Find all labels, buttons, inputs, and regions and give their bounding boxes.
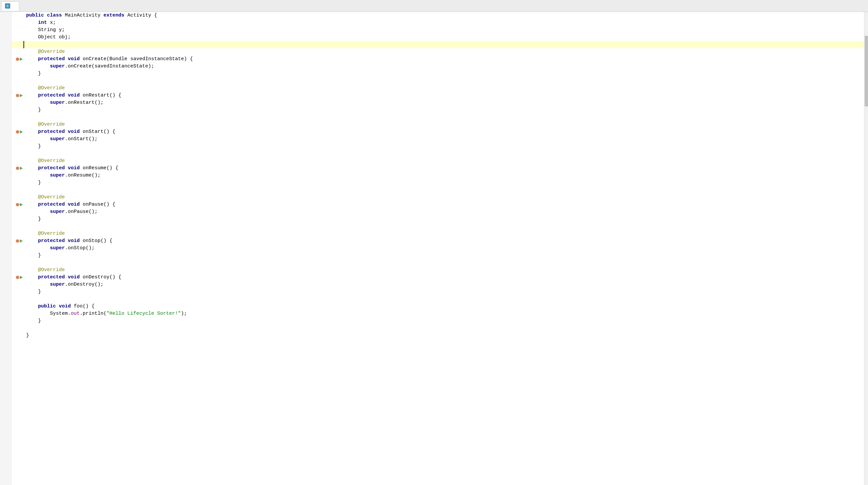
line-icon-area [11,310,24,317]
table-row: protected void onPause() { [11,201,864,208]
line-icon-area [11,77,24,85]
line-code: @Override [24,157,864,165]
table-row: } [11,317,864,325]
line-icon-area [11,56,24,63]
run-method-icon[interactable] [20,167,23,170]
line-icon-area [11,208,24,216]
override-dot-icon [16,203,19,206]
line-code [24,77,864,85]
table-row: @Override [11,85,864,92]
line-icon-area [11,165,24,172]
table-row: super.onDestroy(); [11,281,864,288]
line-icon-area [11,317,24,325]
line-code: super.onResume(); [24,172,864,179]
table-row: @Override [11,48,864,56]
line-icon-area [11,230,24,237]
line-code: @Override [24,48,864,56]
table-row [11,187,864,194]
table-row: protected void onStart() { [11,128,864,135]
table-row: super.onStart(); [11,135,864,143]
line-code: } [24,252,864,259]
table-row [11,223,864,230]
run-method-icon[interactable] [20,130,23,134]
line-code: } [24,332,864,339]
table-row: } [11,179,864,187]
line-code: public class MainActivity extends Activi… [24,12,864,19]
tab-bar: C [0,0,868,12]
table-row: } [11,332,864,339]
table-row [11,41,864,48]
table-row: } [11,252,864,259]
line-code: @Override [24,230,864,237]
line-code: protected void onPause() { [24,201,864,208]
line-code: protected void onStart() { [24,128,864,135]
line-icon-area [11,143,24,150]
table-row: @Override [11,157,864,165]
line-code: } [24,317,864,325]
run-method-icon[interactable] [20,239,23,243]
table-row: protected void onCreate(Bundle savedInst… [11,56,864,63]
line-icon-area [11,223,24,230]
line-code: super.onRestart(); [24,99,864,106]
run-method-icon[interactable] [20,276,23,279]
run-method-icon[interactable] [20,94,23,97]
override-dot-icon [16,94,19,97]
line-code [24,259,864,266]
line-icon-area [11,63,24,70]
line-icon-area [11,114,24,121]
editor-area: public class MainActivity extends Activi… [0,12,868,485]
line-icon-area [11,266,24,274]
line-code [24,296,864,303]
line-icon-area [11,48,24,56]
table-row: } [11,106,864,114]
line-icon-area [11,157,24,165]
line-icon-area [11,259,24,266]
table-row: super.onPause(); [11,208,864,216]
override-dot-icon [16,167,19,170]
line-code: String y; [24,27,864,34]
table-row: } [11,70,864,77]
table-row [11,150,864,157]
line-code: @Override [24,266,864,274]
table-row: @Override [11,266,864,274]
line-icon-area [11,296,24,303]
table-row [11,259,864,266]
line-code [24,41,864,48]
table-row [11,296,864,303]
line-code: } [24,143,864,150]
line-icon-area [11,19,24,27]
editor-tab[interactable]: C [1,1,19,10]
line-icon-area [11,70,24,77]
line-icon-area [11,92,24,99]
line-icon-area [11,237,24,245]
line-code [24,114,864,121]
line-code: protected void onDestroy() { [24,274,864,281]
table-row [11,114,864,121]
run-method-icon[interactable] [20,58,23,61]
vertical-scrollbar[interactable] [864,12,868,485]
line-code: Object obj; [24,34,864,41]
ide-window: C public class MainActivity extends Acti… [0,0,868,485]
line-icon-area [11,135,24,143]
line-code: } [24,288,864,296]
line-code: protected void onResume() { [24,165,864,172]
code-content[interactable]: public class MainActivity extends Activi… [11,12,864,485]
line-code: } [24,70,864,77]
line-icon-area [11,12,24,19]
run-method-icon[interactable] [20,203,23,206]
line-icon-area [11,27,24,34]
line-code: System.out.println("Hello Lifecycle Sort… [24,310,864,317]
line-icon-area [11,274,24,281]
line-icon-area [11,216,24,223]
scrollbar-thumb[interactable] [865,36,868,107]
line-code: } [24,106,864,114]
line-code: @Override [24,85,864,92]
line-icon-area [11,288,24,296]
table-row: protected void onResume() { [11,165,864,172]
line-code: protected void onStop() { [24,237,864,245]
table-row: public class MainActivity extends Activi… [11,12,864,19]
table-row [11,325,864,332]
table-row: @Override [11,194,864,201]
line-code: } [24,179,864,187]
line-code [24,187,864,194]
